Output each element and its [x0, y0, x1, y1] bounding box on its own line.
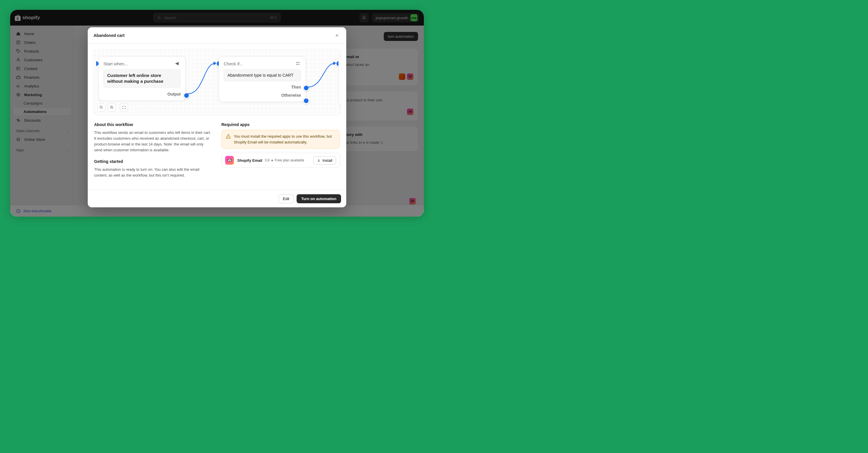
about-heading: About this workflow	[94, 122, 213, 127]
svg-rect-31	[228, 159, 231, 161]
modal-title: Abandoned cart	[94, 33, 125, 38]
step-head: Check if...	[224, 61, 243, 66]
connector-dot	[183, 92, 190, 99]
shopify-email-icon	[225, 156, 234, 165]
modal: Abandoned cart Start when... Customer le…	[88, 27, 346, 207]
step-condition: Abandonment type is equal to CART	[224, 69, 301, 81]
required-apps-heading: Required apps	[221, 122, 340, 127]
workflow-step-action[interactable]	[338, 56, 341, 106]
step-condition: Customer left online store without makin…	[103, 69, 181, 88]
about-text: This workflow sends an email to customer…	[94, 130, 213, 153]
warning-banner: You must install the required apps to us…	[221, 130, 340, 149]
megaphone-icon	[175, 61, 181, 66]
fit-icon	[122, 105, 126, 109]
zoom-in-button[interactable]	[108, 103, 116, 111]
app-name: Shopify Email	[237, 158, 262, 163]
star-icon: ★	[271, 159, 274, 162]
required-apps-column: Required apps You must install the requi…	[221, 122, 340, 184]
connector-dot	[303, 98, 309, 104]
workflow-canvas[interactable]: Start when... Customer left online store…	[93, 49, 341, 115]
warning-icon	[226, 134, 231, 145]
workflow-step-trigger[interactable]: Start when... Customer left online store…	[98, 56, 186, 101]
modal-header: Abandoned cart	[88, 27, 346, 44]
checklist-icon	[295, 61, 301, 66]
step-head: Start when...	[103, 61, 128, 66]
getting-started-heading: Getting started	[94, 159, 213, 164]
turn-on-button[interactable]: Turn on automation	[297, 194, 341, 203]
connector-dot	[303, 85, 309, 91]
svg-point-30	[228, 137, 228, 138]
app-plan: Free plan available	[275, 158, 304, 162]
required-app-row: Shopify Email 3.8 ★ Free plan available	[221, 153, 340, 168]
zoom-out-icon	[99, 105, 103, 109]
svg-line-26	[113, 108, 113, 109]
close-button[interactable]	[334, 32, 340, 39]
zoom-in-icon	[110, 105, 114, 109]
app-frame: S shopify Search ⌘ K popupsmart-growth p…	[10, 10, 424, 217]
app-rating: 3.8	[265, 158, 270, 162]
workflow-step-condition[interactable]: Check if... Abandonment type is equal to…	[219, 56, 306, 102]
modal-overlay[interactable]: Abandoned cart Start when... Customer le…	[10, 10, 424, 217]
edit-button[interactable]: Edit	[279, 194, 294, 203]
warning-text: You must install the required apps to us…	[234, 134, 336, 145]
download-icon	[317, 159, 321, 162]
fit-view-button[interactable]	[120, 103, 128, 111]
install-button[interactable]: Install	[313, 156, 336, 165]
otherwise-label: Otherwise	[281, 93, 301, 98]
svg-line-23	[102, 108, 103, 109]
modal-footer: Edit Turn on automation	[88, 190, 346, 207]
then-label: Then	[291, 85, 301, 90]
zoom-out-button[interactable]	[97, 103, 105, 111]
about-column: About this workflow This workflow sends …	[94, 122, 213, 184]
getting-started-text: This automation is ready to turn on. You…	[94, 167, 213, 178]
output-label: Output	[167, 92, 181, 96]
zoom-controls	[97, 103, 128, 111]
close-icon	[335, 33, 339, 37]
